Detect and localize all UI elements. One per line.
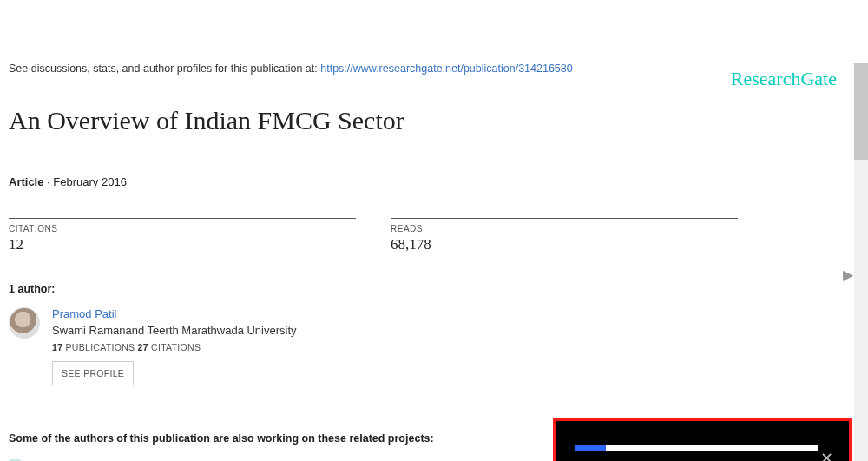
author-card: Pramod Patil Swami Ramanand Teerth Marat… — [9, 307, 826, 385]
see-profile-button[interactable]: SEE PROFILE — [52, 361, 134, 385]
stat-reads-value: 68,178 — [391, 236, 738, 254]
progress-bar-fill — [575, 445, 606, 451]
toast-close-icon[interactable]: ✕ — [820, 451, 833, 461]
brand-logo: ResearchGate — [731, 68, 837, 90]
meta-sep: · — [43, 175, 53, 188]
progress-bar-track — [575, 445, 818, 451]
publication-url-link[interactable]: https://www.researchgate.net/publication… — [320, 63, 572, 75]
side-expand-caret-icon[interactable]: ▶ — [842, 267, 854, 281]
author-avatar[interactable] — [9, 307, 40, 339]
scrollbar-thumb[interactable] — [854, 63, 868, 160]
discussion-line: See discussions, stats, and author profi… — [9, 63, 826, 75]
stat-citations-label: CITATIONS — [9, 224, 356, 234]
stat-citations: CITATIONS 12 — [9, 218, 356, 254]
author-metrics: 17 PUBLICATIONS 27 CITATIONS — [52, 342, 297, 352]
stat-reads: READS 68,178 — [391, 218, 738, 254]
author-pubs-label: PUBLICATIONS — [62, 342, 137, 352]
progress-toast: ✕ Reducing PDF size — [553, 418, 852, 461]
author-affiliation: Swami Ramanand Teerth Marathwada Univers… — [52, 324, 297, 337]
publication-title: An Overview of Indian FMCG Sector — [9, 106, 826, 135]
author-name-link[interactable]: Pramod Patil — [52, 307, 297, 320]
discussion-prefix: See discussions, stats, and author profi… — [9, 63, 320, 75]
stat-citations-value: 12 — [9, 236, 356, 254]
publication-type: Article — [9, 175, 43, 188]
vertical-scrollbar[interactable]: ⌄ — [854, 63, 868, 461]
author-cites-label: CITATIONS — [148, 342, 201, 352]
author-cites-count: 27 — [138, 342, 148, 352]
author-pubs-count: 17 — [52, 342, 62, 352]
authors-count-label: 1 author: — [9, 283, 826, 295]
publication-date: February 2016 — [53, 175, 127, 188]
publication-meta: Article · February 2016 — [9, 175, 826, 188]
stat-reads-label: READS — [391, 224, 738, 234]
